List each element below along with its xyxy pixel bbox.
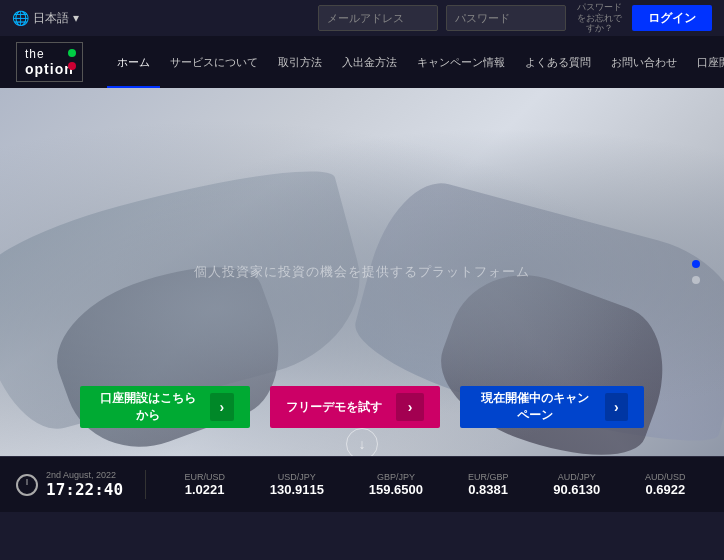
cta-area: 口座開設はこちらから › フリーデモを試す › 現在開催中のキャンペーン › [0,386,724,428]
clock-icon [16,474,38,496]
pair-eurusd: EUR/USD 1.0221 [184,472,225,497]
arrow-icon: › [210,393,234,421]
nav-bar: the option ホーム サービスについて 取引方法 入出金方法 キャンペー… [0,36,724,88]
pair-usdjpy: USD/JPY 130.9115 [270,472,324,497]
pair-gbpjpy: GBP/JPY 159.6500 [369,472,423,497]
pair-eurgbp: EUR/GBP 0.8381 [468,472,509,497]
nav-item-faq[interactable]: よくある質問 [515,36,601,88]
auth-area: パスワードをお忘れですか？ ログイン [318,2,712,34]
hero-text: 個人投資家に投資の機会を提供するプラットフォーム [194,263,530,281]
globe-icon: 🌐 [12,10,29,26]
scroll-indicator[interactable]: ↓ [346,428,378,456]
logo-dot-red [68,62,76,70]
pagination-dot-1[interactable] [692,260,700,268]
nav-item-open-account[interactable]: 口座開設 [687,36,724,88]
pair-audjpy: AUD/JPY 90.6130 [553,472,600,497]
nav-item-campaign[interactable]: キャンペーン情報 [407,36,515,88]
chevron-down-icon: ▾ [73,11,79,25]
logo[interactable]: the option [16,42,83,82]
arrow-icon: › [396,393,424,421]
scroll-down-icon: ↓ [359,436,366,452]
nav-item-services[interactable]: サービスについて [160,36,268,88]
arrow-icon: › [605,393,628,421]
nav-item-home[interactable]: ホーム [107,36,160,88]
pair-audusd: AUD/USD 0.6922 [645,472,686,497]
login-button[interactable]: ログイン [632,5,712,31]
nav-item-deposit[interactable]: 入出金方法 [332,36,407,88]
hero-section: 個人投資家に投資の機会を提供するプラットフォーム 口座開設はこちらから › フリ… [0,88,724,456]
pagination-dot-2[interactable] [692,276,700,284]
email-input[interactable] [318,5,438,31]
hero-pagination [692,260,700,284]
forgot-password-link[interactable]: パスワードをお忘れですか？ [574,2,624,34]
logo-text-option: option [25,61,74,77]
ticker-bar: 2nd August, 2022 17:22:40 EUR/USD 1.0221… [0,456,724,512]
nav-items: ホーム サービスについて 取引方法 入出金方法 キャンペーン情報 よくある質問 … [107,36,724,88]
lang-label: 日本語 [33,10,69,27]
top-bar: 🌐 日本語 ▾ パスワードをお忘れですか？ ログイン [0,0,724,36]
logo-dot-green [68,49,76,57]
ticker-date: 2nd August, 2022 [46,470,123,480]
logo-text-the: the [25,47,45,61]
campaign-button[interactable]: 現在開催中のキャンペーン › [460,386,644,428]
ticker-time-text: 2nd August, 2022 17:22:40 [46,470,123,499]
nav-item-trading[interactable]: 取引方法 [268,36,332,88]
password-input[interactable] [446,5,566,31]
free-demo-button[interactable]: フリーデモを試す › [270,386,440,428]
language-selector[interactable]: 🌐 日本語 ▾ [12,10,79,27]
nav-item-contact[interactable]: お問い合わせ [601,36,687,88]
open-account-button[interactable]: 口座開設はこちらから › [80,386,250,428]
ticker-time: 2nd August, 2022 17:22:40 [16,470,146,499]
ticker-pairs: EUR/USD 1.0221 USD/JPY 130.9115 GBP/JPY … [146,472,708,497]
ticker-clock: 17:22:40 [46,480,123,499]
